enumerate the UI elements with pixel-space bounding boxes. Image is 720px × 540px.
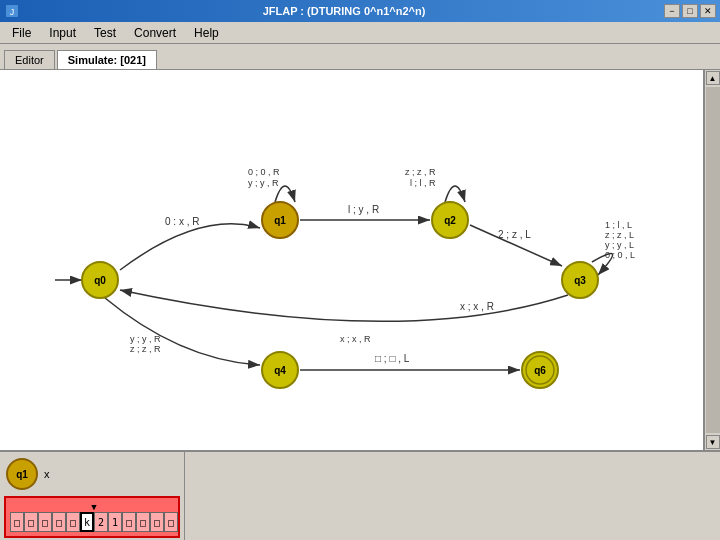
state-q4-label: q4 [274, 365, 286, 376]
tape-cell: □ [122, 512, 136, 532]
tape-display: ▼ □ □ □ □ □ k 2 1 □ □ □ □ [4, 496, 180, 538]
automata-diagram: 0 : x , R 0 ; 0 , R y ; y , R l ; y , R … [0, 70, 700, 445]
transition-label: x ; x , R [460, 301, 494, 312]
tape-cell: □ [24, 512, 38, 532]
tape-cell: □ [164, 512, 178, 532]
transition-label: y ; y , R [130, 334, 161, 344]
menu-item-test[interactable]: Test [86, 24, 124, 42]
state-q1-label: q1 [274, 215, 286, 226]
head-marker: x [44, 468, 50, 480]
transition-label: y ; y , R [248, 178, 279, 188]
transition-label: 0 ; 0 , R [248, 167, 280, 177]
transition-label: x ; x , R [340, 334, 371, 344]
transition-label: y ; y , L [605, 240, 634, 250]
tape-cell: 1 [108, 512, 122, 532]
scrollbar: ▲ ▼ [704, 70, 720, 450]
menu-item-convert[interactable]: Convert [126, 24, 184, 42]
transition-label: 1 ; l , L [605, 220, 632, 230]
state-q2-label: q2 [444, 215, 456, 226]
tape-cell: □ [66, 512, 80, 532]
tape-cell: □ [52, 512, 66, 532]
menu-item-help[interactable]: Help [186, 24, 227, 42]
minimize-button[interactable]: − [664, 4, 680, 18]
transition-label: 2 ; z , L [498, 229, 531, 240]
scroll-down-button[interactable]: ▼ [706, 435, 720, 449]
window-controls: − □ ✕ [664, 4, 716, 18]
tape-cell: □ [10, 512, 24, 532]
sim-state-area: q1 x ▼ □ □ □ □ □ k 2 1 □ □ □ □ [0, 452, 185, 540]
diagram-canvas: 0 : x , R 0 ; 0 , R y ; y , R l ; y , R … [0, 70, 704, 450]
current-state-badge: q1 [6, 458, 38, 490]
state-q0-label: q0 [94, 275, 106, 286]
tab-simulate---021-[interactable]: Simulate: [021] [57, 50, 157, 69]
main-area: 0 : x , R 0 ; 0 , R y ; y , R l ; y , R … [0, 70, 720, 450]
menu-item-input[interactable]: Input [41, 24, 84, 42]
tape-head-indicator: ▼ [91, 502, 96, 512]
tab-editor[interactable]: Editor [4, 50, 55, 69]
current-state-label: q1 [16, 469, 28, 480]
transition-label: 0 ; 0 , L [605, 250, 635, 260]
scroll-up-button[interactable]: ▲ [706, 71, 720, 85]
tab-bar: EditorSimulate: [021] [0, 44, 720, 70]
transition-label: □ ; □ , L [375, 353, 410, 364]
title-bar: J JFLAP : (DTURING 0^n1^n2^n) − □ ✕ [0, 0, 720, 22]
svg-text:J: J [10, 7, 15, 17]
tape-cell: □ [38, 512, 52, 532]
tape-cell: □ [150, 512, 164, 532]
maximize-button[interactable]: □ [682, 4, 698, 18]
close-button[interactable]: ✕ [700, 4, 716, 18]
transition-label: l ; l , R [410, 178, 436, 188]
transition-label: l ; y , R [348, 204, 379, 215]
menu-bar: FileInputTestConvertHelp [0, 22, 720, 44]
scroll-track[interactable] [706, 87, 720, 433]
app-icon: J [4, 3, 20, 19]
transition-label: 0 : x , R [165, 216, 199, 227]
state-q6-label: q6 [534, 365, 546, 376]
sim-panel: q1 x ▼ □ □ □ □ □ k 2 1 □ □ □ □ [0, 450, 720, 540]
tape-cell: □ [136, 512, 150, 532]
tape-cell: 2 [94, 512, 108, 532]
transition-label: z ; z , R [405, 167, 436, 177]
tape-cell-active: k [80, 512, 94, 532]
transition-label: z ; z , R [130, 344, 161, 354]
state-q3-label: q3 [574, 275, 586, 286]
window-title: JFLAP : (DTURING 0^n1^n2^n) [24, 5, 664, 17]
transition-label: z ; z , L [605, 230, 634, 240]
menu-item-file[interactable]: File [4, 24, 39, 42]
sim-right-area [185, 452, 720, 540]
